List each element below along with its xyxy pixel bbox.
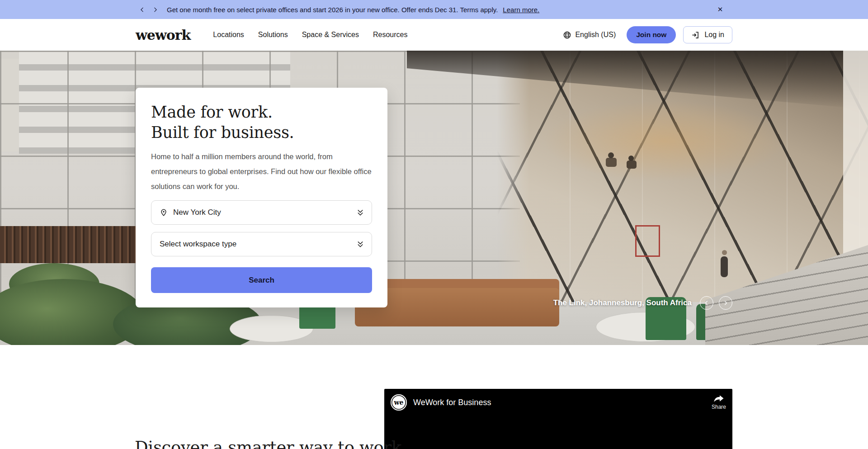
hero-heading-line2: Built for business. (151, 123, 372, 143)
video-player[interactable] (384, 416, 732, 449)
wework-channel-avatar[interactable]: we (391, 394, 407, 411)
video-header: we WeWork for Business Share (384, 389, 732, 416)
login-button[interactable]: Log in (683, 26, 732, 43)
hero-heading: Made for work. Built for business. (151, 102, 372, 143)
banner-learn-more-link[interactable]: Learn more. (503, 6, 539, 14)
content-section: we WeWork for Business Share Discover a … (0, 345, 868, 449)
language-selector[interactable]: English (US) (563, 31, 616, 39)
main-nav: Locations Solutions Space & Services Res… (213, 31, 407, 39)
double-chevron-down-icon (356, 240, 364, 249)
double-chevron-down-icon (356, 208, 364, 217)
share-label: Share (712, 404, 726, 410)
location-pin-icon (160, 208, 168, 217)
location-select[interactable]: New York City (151, 200, 372, 225)
banner-next-button[interactable] (150, 5, 160, 14)
close-icon: ✕ (717, 5, 723, 13)
site-header: wework Locations Solutions Space & Servi… (0, 19, 868, 51)
wework-homepage: Get one month free on select private off… (0, 0, 868, 449)
chevron-right-icon (722, 300, 729, 306)
youtube-embed: we WeWork for Business Share (384, 389, 732, 449)
wework-logo[interactable]: wework (136, 27, 190, 43)
language-label: English (US) (575, 31, 616, 39)
location-select-value: New York City (173, 208, 221, 217)
video-title-link[interactable]: WeWork for Business (413, 398, 491, 407)
hero-description: Home to half a million members around th… (151, 149, 378, 194)
hero-heading-line1: Made for work. (151, 102, 372, 123)
join-now-button[interactable]: Join now (627, 26, 676, 43)
banner-message: Get one month free on select private off… (167, 6, 498, 14)
share-button[interactable]: Share (712, 392, 726, 410)
next-section-heading: Discover a smarter way to work (135, 438, 401, 449)
hero-section: Made for work. Built for business. Home … (0, 51, 868, 345)
chevron-left-icon (703, 300, 710, 306)
search-button[interactable]: Search (151, 267, 372, 293)
nav-item-locations[interactable]: Locations (213, 31, 244, 39)
login-label: Log in (704, 31, 724, 39)
banner-prev-button[interactable] (137, 5, 147, 14)
workspace-type-select[interactable]: Select workspace type (151, 232, 372, 256)
workspace-select-placeholder: Select workspace type (160, 240, 236, 249)
nav-item-solutions[interactable]: Solutions (258, 31, 288, 39)
nav-item-resources[interactable]: Resources (373, 31, 407, 39)
carousel-next-button[interactable] (719, 296, 732, 310)
nav-item-space-services[interactable]: Space & Services (302, 31, 359, 39)
carousel-prev-button[interactable] (700, 296, 713, 310)
promo-banner: Get one month free on select private off… (0, 0, 868, 19)
login-arrow-icon (691, 31, 700, 39)
chevron-left-icon (139, 7, 145, 13)
banner-close-button[interactable]: ✕ (715, 5, 725, 14)
hero-search-card: Made for work. Built for business. Home … (136, 88, 387, 307)
globe-icon (563, 31, 571, 39)
share-icon (713, 392, 725, 402)
hero-location-caption: The Link, Johannesburg, South Africa (553, 298, 692, 307)
chevron-right-icon (152, 7, 158, 13)
hero-caption-row: The Link, Johannesburg, South Africa (553, 296, 732, 310)
